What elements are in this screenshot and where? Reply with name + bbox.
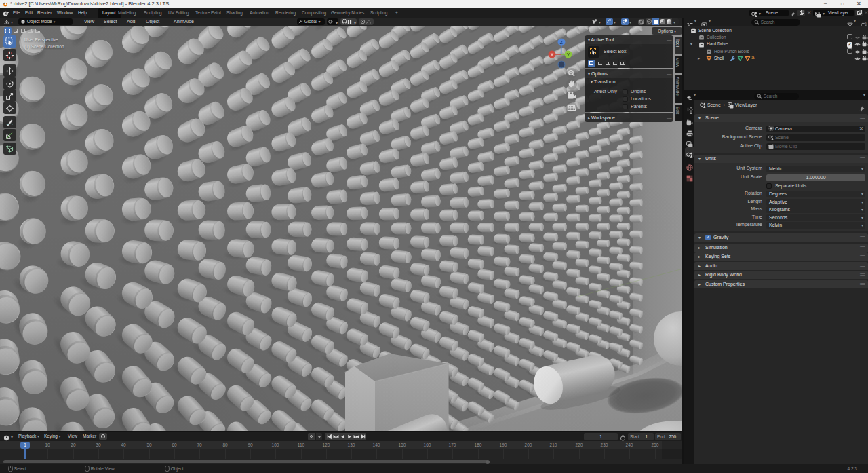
svg-text:0: 0 [865,22,866,25]
svg-text:Z: Z [560,40,564,45]
svg-text:Y: Y [567,52,570,57]
svg-text:X: X [551,52,554,57]
